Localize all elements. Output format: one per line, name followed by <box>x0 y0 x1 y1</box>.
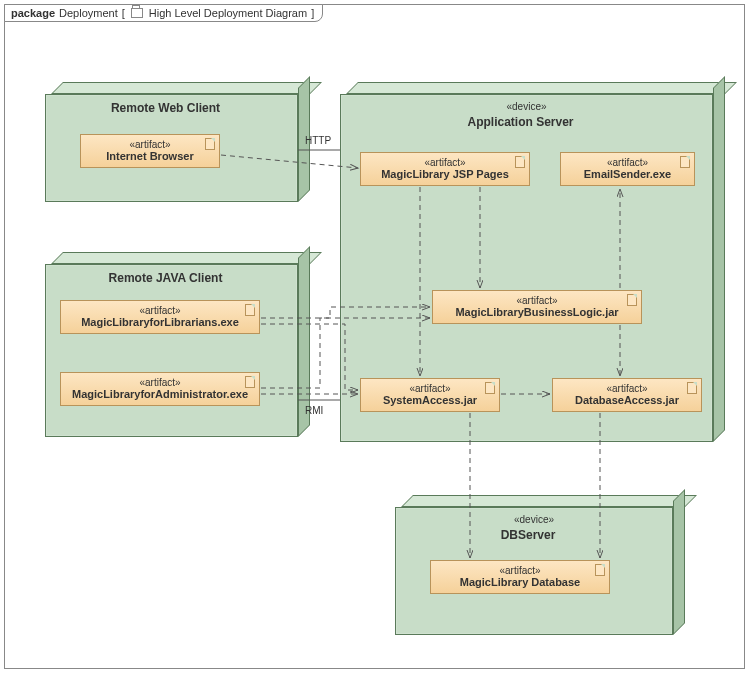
node-remote-java-client: Remote JAVA Client <box>45 252 310 437</box>
artifact-stereotype: «artifact» <box>87 139 213 150</box>
artifact-icon <box>680 156 690 168</box>
artifact-name: Internet Browser <box>87 150 213 162</box>
package-name: Deployment <box>59 7 118 19</box>
artifact-name: SystemAccess.jar <box>367 394 493 406</box>
artifact-name: MagicLibraryforAdministrator.exe <box>67 388 253 400</box>
artifact-stereotype: «artifact» <box>67 305 253 316</box>
artifact-name: MagicLibraryforLibrarians.exe <box>67 316 253 328</box>
artifact-icon <box>205 138 215 150</box>
diagram-icon <box>131 8 143 18</box>
package-tab: package Deployment [ High Level Deployme… <box>4 4 323 22</box>
artifact-name: MagicLibrary Database <box>437 576 603 588</box>
artifact-icon <box>687 382 697 394</box>
label-rmi: RMI <box>305 405 323 416</box>
artifact-icon <box>485 382 495 394</box>
artifact-jsp: «artifact» MagicLibrary JSP Pages <box>360 152 530 186</box>
artifact-db: «artifact» MagicLibrary Database <box>430 560 610 594</box>
artifact-name: EmailSender.exe <box>567 168 688 180</box>
node-title: Application Server <box>341 115 700 129</box>
deployment-diagram: package Deployment [ High Level Deployme… <box>0 0 749 673</box>
package-keyword: package <box>11 7 55 19</box>
artifact-stereotype: «artifact» <box>437 565 603 576</box>
artifact-name: MagicLibrary JSP Pages <box>367 168 523 180</box>
artifact-icon <box>627 294 637 306</box>
artifact-admin: «artifact» MagicLibraryforAdministrator.… <box>60 372 260 406</box>
label-http: HTTP <box>305 135 331 146</box>
artifact-stereotype: «artifact» <box>439 295 635 306</box>
artifact-internet-browser: «artifact» Internet Browser <box>80 134 220 168</box>
artifact-stereotype: «artifact» <box>367 383 493 394</box>
artifact-icon <box>595 564 605 576</box>
artifact-name: MagicLibraryBusinessLogic.jar <box>439 306 635 318</box>
node-stereotype: «device» <box>341 101 712 112</box>
node-title: Remote JAVA Client <box>46 271 285 285</box>
node-title: DBServer <box>396 528 660 542</box>
artifact-icon <box>245 376 255 388</box>
artifact-stereotype: «artifact» <box>559 383 695 394</box>
artifact-stereotype: «artifact» <box>367 157 523 168</box>
diagram-title: High Level Deployment Diagram <box>149 7 307 19</box>
bracket-open: [ <box>122 7 125 19</box>
node-stereotype: «device» <box>396 514 672 525</box>
artifact-sys: «artifact» SystemAccess.jar <box>360 378 500 412</box>
artifact-stereotype: «artifact» <box>67 377 253 388</box>
bracket-close: ] <box>311 7 314 19</box>
artifact-biz: «artifact» MagicLibraryBusinessLogic.jar <box>432 290 642 324</box>
artifact-name: DatabaseAccess.jar <box>559 394 695 406</box>
node-title: Remote Web Client <box>46 101 285 115</box>
artifact-icon <box>245 304 255 316</box>
artifact-stereotype: «artifact» <box>567 157 688 168</box>
artifact-dba: «artifact» DatabaseAccess.jar <box>552 378 702 412</box>
artifact-librarians: «artifact» MagicLibraryforLibrarians.exe <box>60 300 260 334</box>
artifact-email: «artifact» EmailSender.exe <box>560 152 695 186</box>
artifact-icon <box>515 156 525 168</box>
